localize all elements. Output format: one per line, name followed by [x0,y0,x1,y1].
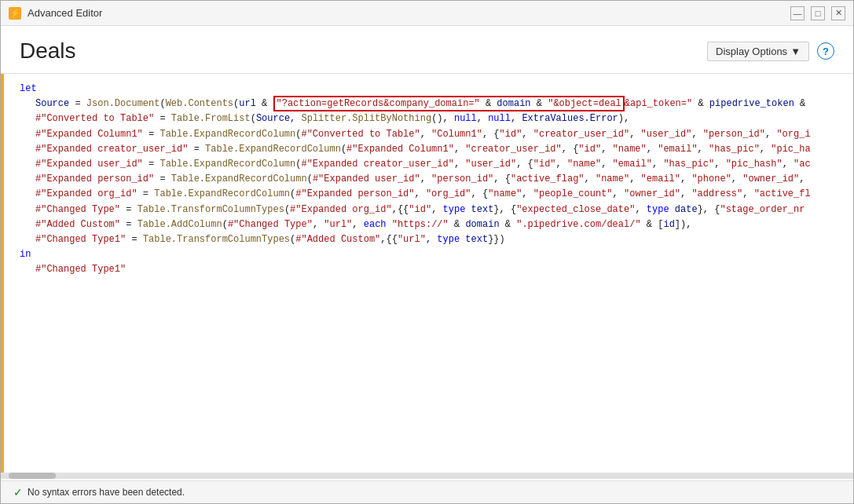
main-window: ⚡ Advanced Editor — □ ✕ Deals Display Op… [0,0,854,504]
app-icon: ⚡ [9,7,21,20]
status-message: No syntax errors have been detected. [27,487,185,498]
title-bar: ⚡ Advanced Editor — □ ✕ [1,1,853,26]
maximize-button[interactable]: □ [811,6,825,20]
help-button[interactable]: ? [817,42,834,60]
close-button[interactable]: ✕ [831,6,845,20]
minimize-button[interactable]: — [790,6,805,20]
scrollbar-thumb[interactable] [9,473,56,479]
status-check-icon: ✓ [13,486,23,499]
dropdown-arrow-icon: ▼ [790,46,801,57]
code-block: let Source = Json.Document(Web.Contents(… [9,82,853,277]
display-options-label: Display Options [716,46,787,57]
page-title: Deals [20,38,76,64]
header: Deals Display Options ▼ ? [1,26,853,74]
code-editor[interactable]: let Source = Json.Document(Web.Contents(… [1,74,853,473]
header-actions: Display Options ▼ ? [707,42,834,61]
horizontal-scrollbar[interactable] [1,473,853,479]
status-bar: ✓ No syntax errors have been detected. [1,480,853,503]
window-controls: — □ ✕ [790,6,845,20]
display-options-button[interactable]: Display Options ▼ [707,42,809,61]
editor-area: let Source = Json.Document(Web.Contents(… [1,74,853,480]
window-title: Advanced Editor [27,7,790,19]
left-accent-bar [1,74,4,473]
